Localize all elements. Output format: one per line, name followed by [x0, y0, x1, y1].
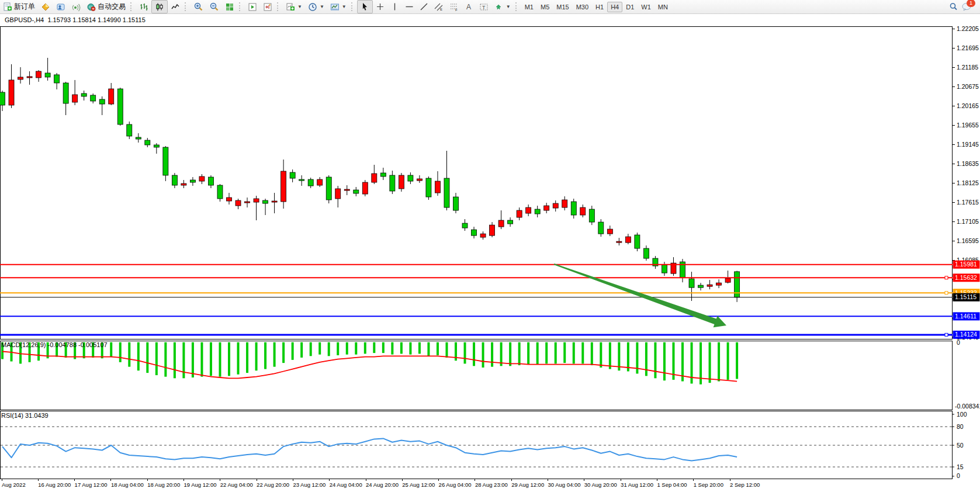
templates-button[interactable]: ▼	[327, 1, 349, 13]
candle	[9, 80, 14, 105]
chevron-down-icon: ▼	[297, 4, 302, 9]
price-axis-label: 1.20675	[957, 83, 979, 90]
time-axis: Aug 202216 Aug 20:0017 Aug 12:0018 Aug 0…	[2, 479, 760, 488]
price-tag-label: 1.15115	[955, 293, 976, 300]
auto-scroll-button[interactable]	[245, 1, 260, 13]
navigator-icon	[56, 2, 65, 12]
candle	[517, 210, 522, 217]
candle	[417, 179, 422, 181]
line-chart-button[interactable]	[168, 1, 183, 13]
price-axis-label: 1.21695	[957, 44, 979, 51]
price-axis-label: 1.18125	[957, 179, 979, 186]
tab-h1[interactable]: H1	[592, 2, 607, 12]
time-axis-label: 2 Sep 12:00	[730, 481, 760, 488]
periods-button[interactable]: ▼	[305, 1, 327, 13]
candle	[45, 73, 50, 77]
chevron-down-icon: ▼	[320, 4, 324, 9]
navigator-button[interactable]	[53, 1, 68, 13]
indicators-button[interactable]: ▼	[283, 1, 305, 13]
time-axis-label: 31 Aug 12:00	[621, 481, 653, 488]
candle	[580, 207, 586, 215]
price-axis-label: 1.19145	[957, 141, 979, 148]
candle	[707, 285, 712, 286]
rsi-indicator-label: RSI(14) 31.0439	[1, 412, 49, 419]
tab-w1[interactable]: W1	[638, 2, 655, 12]
candle	[236, 200, 241, 206]
tab-m1[interactable]: M1	[521, 2, 537, 12]
macd-panel	[1, 341, 953, 410]
line-handle[interactable]	[945, 333, 948, 336]
autotrading-button[interactable]: 自动交易	[84, 1, 129, 13]
candle	[362, 182, 368, 194]
tab-d1[interactable]: D1	[622, 2, 638, 12]
candle	[190, 180, 195, 182]
new-order-label: 新订单	[14, 2, 35, 12]
candle	[372, 174, 377, 182]
vertical-line-icon	[390, 2, 399, 11]
time-axis-label: 23 Aug 12:00	[293, 481, 325, 488]
candle	[127, 124, 132, 136]
time-axis-label: 18 Aug 04:00	[111, 481, 144, 488]
chart-window[interactable]: GBPUSD-,H4 1.15793 1.15814 1.14990 1.151…	[0, 14, 980, 492]
tile-windows-button[interactable]	[222, 1, 237, 13]
channel-tool-button[interactable]: E	[431, 1, 446, 13]
line-handle[interactable]	[945, 276, 948, 279]
candle	[117, 89, 123, 124]
time-axis-label: 30 Aug 04:00	[548, 481, 581, 488]
chart-canvas[interactable]: 1.222051.216951.211851.206751.201651.196…	[0, 14, 980, 492]
vertical-line-tool-button[interactable]	[387, 1, 402, 13]
candle	[199, 176, 205, 181]
chevron-down-icon: ▼	[342, 4, 347, 9]
horizontal-line-tool-button[interactable]	[402, 1, 417, 13]
candle	[390, 175, 395, 191]
rsi-axis-label: 0	[957, 472, 960, 479]
candle	[245, 202, 250, 203]
text-label-icon: T	[479, 2, 489, 12]
fibonacci-tool-button[interactable]: F	[446, 1, 462, 13]
candle	[208, 177, 213, 185]
candle	[508, 220, 513, 224]
arrow-shapes-icon	[494, 2, 504, 12]
chart-shift-button[interactable]	[260, 1, 275, 13]
candle	[617, 241, 622, 242]
tab-mn[interactable]: MN	[655, 2, 671, 12]
arrows-tool-button[interactable]: ▼	[491, 1, 514, 13]
level-lines[interactable]: 1.159811.156321.152321.151151.146111.141…	[0, 261, 980, 339]
tab-m30[interactable]: M30	[573, 2, 592, 12]
macd-signal-line	[2, 352, 737, 382]
rsi-plot	[2, 438, 737, 460]
notifications-button[interactable]: 1	[961, 2, 972, 12]
crosshair-icon	[376, 2, 385, 11]
macd-plot	[2, 342, 737, 384]
auto-scroll-icon	[248, 2, 257, 12]
new-order-button[interactable]: 新订单	[0, 1, 38, 13]
candle	[27, 77, 32, 78]
tab-h4[interactable]: H4	[607, 2, 622, 12]
cursor-tool-button[interactable]	[357, 0, 373, 13]
search-button[interactable]	[946, 1, 961, 13]
candle	[281, 171, 286, 202]
terminal-button[interactable]	[68, 1, 84, 13]
notification-badge: 1	[967, 0, 975, 7]
bar-chart-button[interactable]	[136, 1, 151, 13]
annotations[interactable]	[554, 264, 726, 327]
trendline-tool-button[interactable]	[417, 1, 431, 13]
candle	[607, 229, 612, 234]
candle	[598, 222, 604, 234]
zoom-in-button[interactable]	[191, 1, 206, 13]
line-handle[interactable]	[945, 292, 948, 294]
text-tool-button[interactable]: A	[462, 1, 476, 13]
tab-m15[interactable]: M15	[553, 2, 572, 12]
market-watch-button[interactable]	[38, 1, 53, 13]
crosshair-tool-button[interactable]	[373, 1, 387, 13]
candle	[462, 223, 468, 228]
tab-m5[interactable]: M5	[537, 2, 553, 12]
toolbar-separator	[130, 2, 134, 11]
candlestick-button[interactable]	[151, 0, 168, 13]
text-label-tool-button[interactable]: T	[476, 1, 491, 13]
rsi-axis-label: 15	[957, 463, 964, 470]
trend-arrow-annotation[interactable]	[554, 264, 726, 327]
zoom-out-button[interactable]	[206, 1, 222, 13]
chevron-down-icon: ▼	[506, 4, 511, 9]
toolbar-separator	[277, 2, 281, 11]
